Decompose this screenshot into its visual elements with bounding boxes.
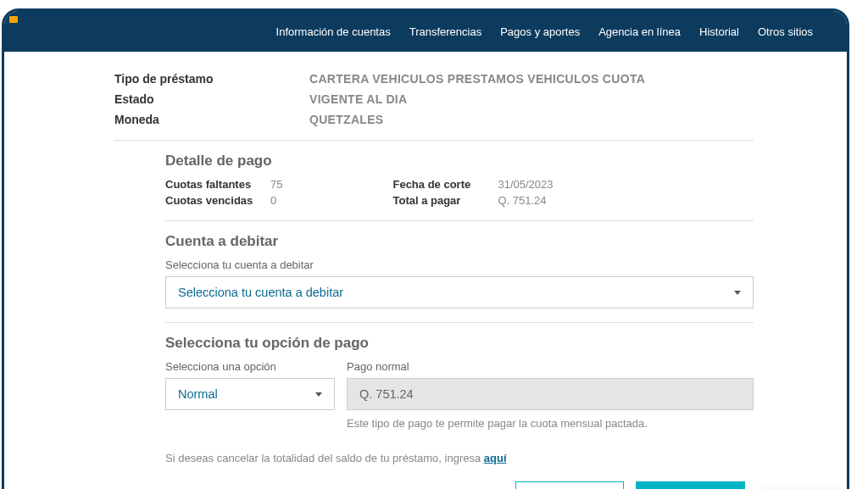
top-nav-bar: Información de cuentas Transferencias Pa…: [4, 11, 847, 52]
app-window: Información de cuentas Transferencias Pa…: [2, 8, 849, 489]
payment-option-selected: Normal: [178, 387, 218, 401]
main-nav: Información de cuentas Transferencias Pa…: [276, 25, 813, 38]
overdue-quotas-label: Cuotas vencidas: [165, 194, 259, 207]
loan-status-value: VIGENTE AL DIA: [309, 92, 407, 106]
confirm-button[interactable]: Confirmar: [636, 481, 745, 489]
payment-option-help: Este tipo de pago te permite pagar la cu…: [347, 417, 754, 430]
loan-currency-label: Moneda: [114, 113, 309, 126]
loan-status-label: Estado: [114, 92, 309, 106]
loan-currency-row: Moneda QUETZALES: [114, 109, 754, 130]
payment-option-select[interactable]: Normal: [165, 378, 335, 410]
nav-item-info-cuentas[interactable]: Información de cuentas: [276, 25, 391, 38]
payment-amount-input: Q. 751.24: [347, 378, 754, 410]
cancel-loan-note: Si deseas cancelar la totalidad del sald…: [165, 452, 754, 464]
chevron-down-icon: [315, 392, 322, 397]
nav-item-otros-sitios[interactable]: Otros sitios: [758, 25, 813, 38]
pending-quotas-value: 75: [270, 178, 282, 191]
payment-amount-field-label: Pago normal: [347, 360, 754, 373]
chevron-down-icon: [734, 291, 741, 295]
divider: [165, 220, 754, 221]
total-pay-label: Total a pagar: [392, 194, 486, 207]
debit-account-select[interactable]: Selecciona tu cuenta a debitar: [165, 276, 754, 308]
section-title-opcion-pago: Selecciona tu opción de pago: [165, 335, 754, 352]
cutoff-date-value: 31/05/2023: [498, 178, 553, 191]
back-button[interactable]: Regresar: [515, 481, 624, 489]
loan-status-row: Estado VIGENTE AL DIA: [114, 89, 754, 109]
loan-type-label: Tipo de préstamo: [114, 72, 309, 86]
debit-account-field-label: Selecciona tu cuenta a debitar: [165, 258, 754, 271]
nav-item-historial[interactable]: Historial: [699, 25, 739, 38]
pending-quotas-label: Cuotas faltantes: [165, 178, 259, 191]
nav-item-transferencias[interactable]: Transferencias: [409, 25, 482, 38]
debit-account-selected: Selecciona tu cuenta a debitar: [178, 286, 343, 299]
divider: [165, 322, 754, 323]
loan-type-value: CARTERA VEHICULOS PRESTAMOS VEHICULOS CU…: [309, 72, 645, 86]
cancel-note-prefix: Si deseas cancelar la totalidad del sald…: [165, 452, 484, 464]
total-pay-value: Q. 751.24: [498, 194, 546, 207]
nav-item-pagos-aportes[interactable]: Pagos y aportes: [500, 25, 580, 38]
overdue-quotas-value: 0: [270, 194, 276, 207]
nav-item-agencia-linea[interactable]: Agencia en línea: [598, 25, 681, 38]
main-content: Tipo de préstamo CARTERA VEHICULOS PREST…: [4, 52, 847, 489]
loan-type-row: Tipo de préstamo CARTERA VEHICULOS PREST…: [114, 69, 754, 89]
action-buttons: Regresar Confirmar: [165, 481, 754, 489]
browser-tab-indicator: [9, 16, 18, 23]
detail-grid: Cuotas faltantes 75 Cuotas vencidas 0 Fe…: [165, 178, 754, 207]
inner-panel: Detalle de pago Cuotas faltantes 75 Cuot…: [114, 141, 754, 489]
cutoff-date-label: Fecha de corte: [392, 178, 486, 191]
section-title-detalle: Detalle de pago: [165, 153, 754, 169]
cancel-loan-link[interactable]: aquí: [484, 452, 507, 464]
payment-option-field-label: Selecciona una opción: [165, 360, 335, 373]
section-title-cuenta-debitar: Cuenta a debitar: [165, 233, 754, 250]
loan-currency-value: QUETZALES: [309, 113, 383, 126]
